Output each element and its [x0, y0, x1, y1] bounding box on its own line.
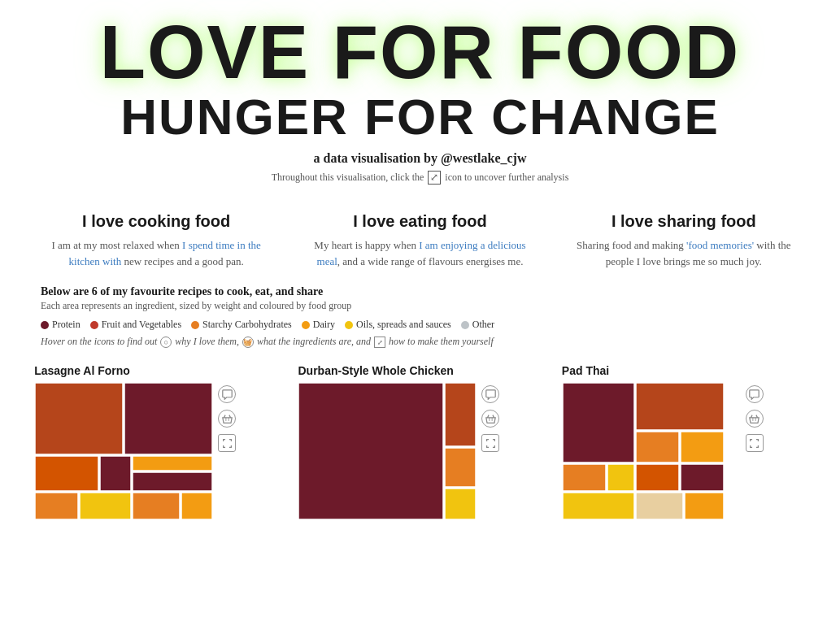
legend-dot: [345, 321, 353, 329]
legend: ProteinFruit and VegetablesStarchy Carbo…: [41, 319, 799, 331]
expand-icon-inline2: ⤢: [374, 337, 385, 348]
legend-item: Starchy Carbohydrates: [191, 319, 292, 331]
legend-item: Protein: [41, 319, 81, 331]
recipe-icons: [481, 382, 499, 452]
expand-icon-inline: ⤢: [428, 171, 441, 185]
basket-icon[interactable]: [218, 410, 236, 428]
recipe-visual-wrapper: [34, 382, 278, 520]
legend-label: Oils, spreads and sauces: [356, 319, 451, 331]
svg-rect-4: [133, 456, 212, 471]
svg-rect-7: [80, 493, 131, 519]
treemap-container: [34, 382, 213, 520]
svg-rect-12: [445, 448, 476, 487]
svg-rect-9: [181, 493, 212, 519]
below-subtitle: Each area represents an ingredient, size…: [41, 300, 799, 312]
three-columns: I love cooking food I am at my most rela…: [0, 204, 840, 282]
col-eating-heading: I love eating food: [306, 212, 533, 231]
recipe-icons: [746, 382, 764, 452]
svg-rect-0: [35, 383, 123, 454]
recipe-visual-wrapper: [562, 382, 806, 520]
svg-rect-10: [298, 383, 443, 519]
main-title-line2: HUNGER FOR CHANGE: [16, 89, 824, 145]
instruction-text: Throughout this visualisation, click the…: [16, 171, 824, 185]
recipes-grid: Lasagne Al FornoDurban-Style Whole Chick…: [0, 364, 840, 520]
svg-rect-15: [636, 383, 724, 430]
expand-icon[interactable]: [218, 434, 236, 452]
basket-icon[interactable]: [746, 410, 764, 428]
legend-item: Dairy: [302, 319, 335, 331]
col-eating: I love eating food My heart is happy whe…: [306, 212, 533, 269]
legend-dot: [461, 321, 469, 329]
svg-rect-3: [100, 456, 131, 491]
legend-label: Protein: [52, 319, 81, 331]
legend-item: Fruit and Vegetables: [90, 319, 181, 331]
legend-dot: [41, 321, 49, 329]
svg-rect-5: [133, 472, 212, 491]
chat-icon[interactable]: [746, 385, 764, 403]
col-cooking-heading: I love cooking food: [42, 212, 270, 231]
svg-rect-13: [445, 489, 476, 519]
hover-instruction: Hover on the icons to find out ○ why I l…: [41, 336, 799, 348]
subtitle-handle: @westlake_cjw: [441, 151, 527, 165]
svg-rect-2: [35, 456, 98, 491]
recipe-card: Lasagne Al Forno: [34, 364, 278, 520]
legend-dot: [90, 321, 98, 329]
col-sharing-text: Sharing food and making 'food memories' …: [570, 237, 798, 269]
expand-icon[interactable]: [481, 434, 499, 452]
svg-rect-14: [563, 383, 634, 462]
col-sharing-heading: I love sharing food: [570, 212, 798, 231]
below-section: Below are 6 of my favourite recipes to c…: [0, 282, 840, 364]
legend-item: Oils, spreads and sauces: [345, 319, 451, 331]
legend-dot: [302, 321, 310, 329]
legend-label: Fruit and Vegetables: [102, 319, 181, 331]
svg-rect-24: [685, 493, 724, 519]
main-title-line1: LOVE FOR FOOD: [16, 15, 824, 89]
svg-rect-20: [636, 464, 679, 491]
recipe-card: Durban-Style Whole Chicken: [298, 364, 542, 520]
chat-icon[interactable]: [481, 385, 499, 403]
svg-rect-18: [563, 464, 606, 491]
col-cooking-text: I am at my most relaxed when I spend tim…: [42, 237, 270, 269]
svg-rect-1: [124, 383, 212, 454]
legend-label: Dairy: [313, 319, 335, 331]
svg-rect-11: [445, 383, 476, 446]
legend-item: Other: [461, 319, 494, 331]
treemap-container: [562, 382, 741, 520]
legend-label: Starchy Carbohydrates: [202, 319, 292, 331]
recipe-title: Durban-Style Whole Chicken: [298, 364, 542, 377]
recipe-visual-wrapper: [298, 382, 542, 520]
basket-icon-inline: 🧺: [242, 337, 254, 348]
legend-label: Other: [472, 319, 494, 331]
svg-rect-19: [607, 464, 634, 491]
subtitle-prefix: a data visualisation by: [313, 151, 440, 165]
subtitle: a data visualisation by @westlake_cjw: [16, 151, 824, 166]
svg-rect-8: [133, 493, 180, 519]
header: LOVE FOR FOOD HUNGER FOR CHANGE a data v…: [0, 0, 840, 204]
recipe-icons: [218, 382, 236, 452]
col-cooking: I love cooking food I am at my most rela…: [42, 212, 270, 269]
chat-icon-inline: ○: [160, 337, 172, 348]
svg-rect-23: [636, 493, 683, 519]
recipe-card: Pad Thai: [562, 364, 806, 520]
svg-rect-21: [681, 464, 724, 491]
basket-icon[interactable]: [481, 410, 499, 428]
treemap-container: [298, 382, 477, 520]
svg-rect-17: [681, 432, 724, 462]
col-eating-text: My heart is happy when I am enjoying a d…: [306, 237, 533, 269]
below-title: Below are 6 of my favourite recipes to c…: [41, 285, 799, 298]
svg-rect-16: [636, 432, 679, 462]
col-sharing: I love sharing food Sharing food and mak…: [570, 212, 798, 269]
chat-icon[interactable]: [218, 385, 236, 403]
expand-icon[interactable]: [746, 434, 764, 452]
recipe-title: Pad Thai: [562, 364, 806, 377]
legend-dot: [191, 321, 199, 329]
recipe-title: Lasagne Al Forno: [34, 364, 278, 377]
svg-rect-6: [35, 493, 78, 519]
svg-rect-22: [563, 493, 634, 519]
